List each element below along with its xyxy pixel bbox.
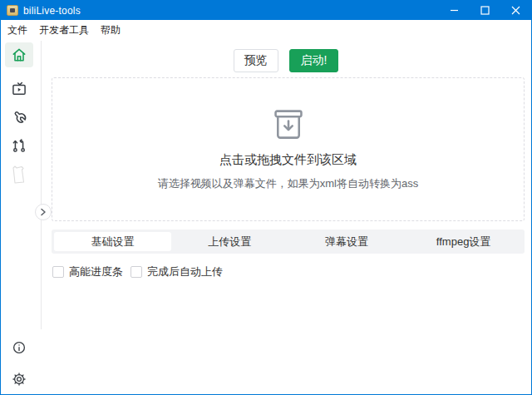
archive-download-icon — [270, 108, 307, 141]
close-button[interactable] — [500, 1, 531, 20]
sidebar-collapse-button[interactable] — [35, 204, 52, 220]
preview-button[interactable]: 预览 — [234, 49, 278, 72]
faint-sketch-icon — [10, 165, 28, 186]
high-energy-bar-checkbox[interactable] — [52, 266, 64, 278]
settings-tabbar: 基础设置 上传设置 弹幕设置 ffmpeg设置 — [52, 230, 525, 254]
app-window: biliLive-tools 文件 开发者工具 帮助 — [0, 0, 532, 395]
maximize-icon — [480, 6, 490, 15]
dropzone-title: 点击或拖拽文件到该区域 — [219, 152, 357, 168]
swap-pins-icon — [11, 137, 27, 154]
close-icon — [511, 6, 520, 15]
option-label: 完成后自动上传 — [147, 264, 223, 279]
options-row: 高能进度条 完成后自动上传 — [52, 264, 230, 279]
sidebar-item-tools[interactable] — [5, 106, 33, 131]
chevron-right-icon — [39, 208, 47, 216]
start-button[interactable]: 启动! — [289, 49, 339, 72]
app-body: 预览 启动! 点击或拖拽文件到该区域 请选择视频以及弹幕文件，如果为xml将自动… — [1, 41, 531, 394]
sidebar — [1, 41, 41, 394]
maximize-button[interactable] — [470, 1, 500, 20]
tab-danmu-settings[interactable]: 弹幕设置 — [288, 232, 406, 251]
menu-item-devtools[interactable]: 开发者工具 — [33, 21, 95, 40]
window-controls — [439, 1, 531, 20]
tv-play-icon — [11, 81, 27, 97]
minimize-icon — [450, 6, 459, 15]
menu-item-help[interactable]: 帮助 — [95, 21, 126, 40]
sidebar-item-webhook[interactable] — [5, 133, 33, 158]
file-dropzone[interactable]: 点击或拖拽文件到该区域 请选择视频以及弹幕文件，如果为xml将自动转换为ass — [52, 77, 525, 221]
tab-basic-settings[interactable]: 基础设置 — [54, 232, 171, 251]
dropzone-subtitle: 请选择视频以及弹幕文件，如果为xml将自动转换为ass — [158, 176, 418, 191]
tab-ffmpeg-settings[interactable]: ffmpeg设置 — [405, 232, 522, 251]
sidebar-item-settings[interactable] — [5, 367, 33, 392]
home-icon — [11, 47, 27, 63]
action-toolbar: 预览 启动! — [41, 49, 531, 72]
info-icon — [12, 340, 27, 355]
sidebar-item-recorder[interactable] — [5, 77, 33, 101]
auto-upload-checkbox[interactable] — [131, 266, 142, 278]
menu-item-file[interactable]: 文件 — [2, 21, 33, 40]
main-content: 预览 启动! 点击或拖拽文件到该区域 请选择视频以及弹幕文件，如果为xml将自动… — [41, 41, 531, 394]
sidebar-item-extra[interactable] — [5, 163, 33, 188]
gear-icon — [12, 372, 27, 387]
sidebar-item-about[interactable] — [5, 335, 33, 360]
option-label: 高能进度条 — [69, 264, 123, 279]
wrench-icon — [11, 110, 27, 126]
option-high-energy-bar[interactable]: 高能进度条 — [52, 264, 123, 279]
tab-upload-settings[interactable]: 上传设置 — [171, 232, 288, 251]
title-bar: biliLive-tools — [1, 1, 531, 20]
window-title: biliLive-tools — [23, 5, 81, 17]
menu-bar: 文件 开发者工具 帮助 — [1, 20, 531, 41]
minimize-button[interactable] — [439, 1, 470, 20]
sidebar-item-home[interactable] — [5, 42, 33, 67]
option-auto-upload[interactable]: 完成后自动上传 — [131, 264, 223, 279]
app-logo-icon — [7, 5, 18, 16]
